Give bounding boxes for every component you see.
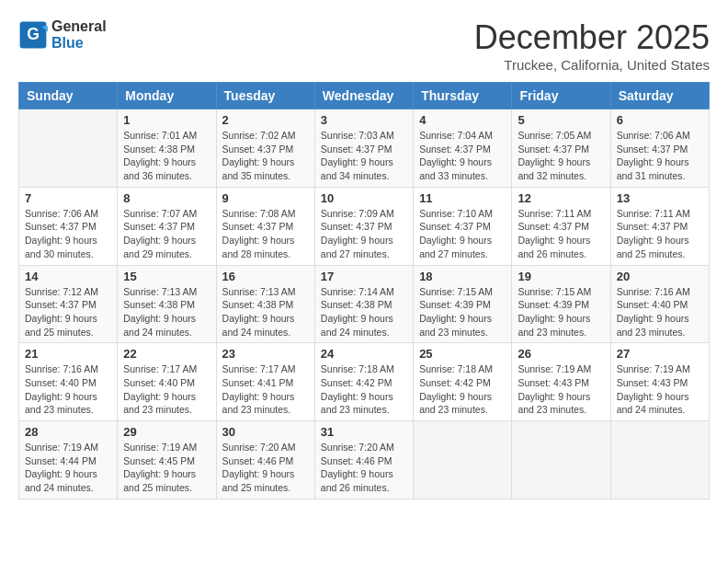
day-info: Sunrise: 7:02 AMSunset: 4:37 PMDaylight:… bbox=[222, 129, 309, 183]
day-info: Sunrise: 7:15 AMSunset: 4:39 PMDaylight:… bbox=[419, 285, 506, 339]
day-number: 24 bbox=[321, 347, 407, 361]
title-section: December 2025 Truckee, California, Unite… bbox=[474, 18, 710, 73]
day-number: 17 bbox=[321, 270, 407, 283]
logo-icon: G bbox=[18, 20, 48, 50]
calendar-cell: 21Sunrise: 7:16 AMSunset: 4:40 PMDayligh… bbox=[19, 343, 118, 421]
day-number: 10 bbox=[321, 191, 407, 205]
calendar-cell: 22Sunrise: 7:17 AMSunset: 4:40 PMDayligh… bbox=[118, 343, 216, 421]
calendar-cell: 9Sunrise: 7:08 AMSunset: 4:37 PMDaylight… bbox=[216, 187, 314, 265]
calendar-cell: 18Sunrise: 7:15 AMSunset: 4:39 PMDayligh… bbox=[414, 265, 512, 343]
day-of-week-header: Wednesday bbox=[314, 83, 413, 109]
day-number: 6 bbox=[617, 113, 703, 127]
day-number: 27 bbox=[617, 347, 703, 361]
calendar-cell: 20Sunrise: 7:16 AMSunset: 4:40 PMDayligh… bbox=[610, 265, 709, 343]
day-info: Sunrise: 7:13 AMSunset: 4:38 PMDaylight:… bbox=[123, 285, 210, 339]
calendar-cell: 14Sunrise: 7:12 AMSunset: 4:37 PMDayligh… bbox=[19, 265, 118, 343]
day-number: 4 bbox=[419, 113, 506, 127]
location: Truckee, California, United States bbox=[474, 57, 710, 73]
day-info: Sunrise: 7:19 AMSunset: 4:45 PMDaylight:… bbox=[123, 441, 210, 495]
calendar-cell: 6Sunrise: 7:06 AMSunset: 4:37 PMDaylight… bbox=[610, 109, 709, 188]
day-info: Sunrise: 7:17 AMSunset: 4:41 PMDaylight:… bbox=[222, 362, 309, 417]
day-of-week-header: Saturday bbox=[610, 83, 709, 109]
calendar-cell bbox=[610, 421, 709, 500]
day-info: Sunrise: 7:20 AMSunset: 4:46 PMDaylight:… bbox=[321, 441, 407, 495]
day-of-week-header: Sunday bbox=[19, 83, 118, 109]
day-of-week-header: Tuesday bbox=[216, 83, 314, 109]
day-info: Sunrise: 7:07 AMSunset: 4:37 PMDaylight:… bbox=[123, 207, 210, 261]
calendar-cell: 19Sunrise: 7:15 AMSunset: 4:39 PMDayligh… bbox=[512, 265, 610, 343]
day-info: Sunrise: 7:11 AMSunset: 4:37 PMDaylight:… bbox=[518, 207, 604, 261]
logo-general-text: General bbox=[51, 18, 107, 35]
day-info: Sunrise: 7:01 AMSunset: 4:38 PMDaylight:… bbox=[123, 129, 210, 183]
calendar-table: SundayMondayTuesdayWednesdayThursdayFrid… bbox=[18, 82, 710, 500]
day-number: 5 bbox=[518, 113, 604, 127]
calendar-cell: 11Sunrise: 7:10 AMSunset: 4:37 PMDayligh… bbox=[414, 187, 512, 265]
day-info: Sunrise: 7:06 AMSunset: 4:37 PMDaylight:… bbox=[617, 129, 703, 183]
day-info: Sunrise: 7:16 AMSunset: 4:40 PMDaylight:… bbox=[25, 362, 111, 417]
day-number: 1 bbox=[123, 113, 210, 127]
calendar-cell: 3Sunrise: 7:03 AMSunset: 4:37 PMDaylight… bbox=[314, 109, 413, 188]
calendar-week-row: 1Sunrise: 7:01 AMSunset: 4:38 PMDaylight… bbox=[19, 109, 710, 188]
day-number: 29 bbox=[123, 425, 210, 439]
calendar-cell: 7Sunrise: 7:06 AMSunset: 4:37 PMDaylight… bbox=[19, 187, 118, 265]
calendar-cell: 26Sunrise: 7:19 AMSunset: 4:43 PMDayligh… bbox=[512, 343, 610, 421]
calendar-cell: 2Sunrise: 7:02 AMSunset: 4:37 PMDaylight… bbox=[216, 109, 314, 188]
day-number: 14 bbox=[25, 270, 111, 283]
day-number: 3 bbox=[321, 113, 407, 127]
calendar-cell: 12Sunrise: 7:11 AMSunset: 4:37 PMDayligh… bbox=[512, 187, 610, 265]
calendar-week-row: 14Sunrise: 7:12 AMSunset: 4:37 PMDayligh… bbox=[19, 265, 710, 343]
calendar-week-row: 28Sunrise: 7:19 AMSunset: 4:44 PMDayligh… bbox=[19, 421, 710, 500]
page-header: G General Blue December 2025 Truckee, Ca… bbox=[18, 18, 710, 73]
month-title: December 2025 bbox=[474, 18, 710, 57]
calendar-cell: 24Sunrise: 7:18 AMSunset: 4:42 PMDayligh… bbox=[314, 343, 413, 421]
day-number: 7 bbox=[25, 191, 111, 205]
svg-text:G: G bbox=[27, 25, 40, 43]
calendar-cell: 25Sunrise: 7:18 AMSunset: 4:42 PMDayligh… bbox=[414, 343, 512, 421]
day-number: 22 bbox=[123, 347, 210, 361]
day-info: Sunrise: 7:19 AMSunset: 4:44 PMDaylight:… bbox=[25, 441, 111, 495]
day-number: 18 bbox=[419, 270, 506, 283]
day-info: Sunrise: 7:18 AMSunset: 4:42 PMDaylight:… bbox=[419, 362, 506, 417]
day-number: 23 bbox=[222, 347, 309, 361]
day-info: Sunrise: 7:14 AMSunset: 4:38 PMDaylight:… bbox=[321, 285, 407, 339]
calendar-cell: 16Sunrise: 7:13 AMSunset: 4:38 PMDayligh… bbox=[216, 265, 314, 343]
day-info: Sunrise: 7:11 AMSunset: 4:37 PMDaylight:… bbox=[617, 207, 703, 261]
calendar-week-row: 21Sunrise: 7:16 AMSunset: 4:40 PMDayligh… bbox=[19, 343, 710, 421]
calendar-cell bbox=[19, 109, 118, 188]
day-info: Sunrise: 7:12 AMSunset: 4:37 PMDaylight:… bbox=[25, 285, 111, 339]
day-info: Sunrise: 7:03 AMSunset: 4:37 PMDaylight:… bbox=[321, 129, 407, 183]
day-number: 30 bbox=[222, 425, 309, 439]
day-info: Sunrise: 7:06 AMSunset: 4:37 PMDaylight:… bbox=[25, 207, 111, 261]
day-info: Sunrise: 7:09 AMSunset: 4:37 PMDaylight:… bbox=[321, 207, 407, 261]
day-info: Sunrise: 7:08 AMSunset: 4:37 PMDaylight:… bbox=[222, 207, 309, 261]
logo: G General Blue bbox=[18, 18, 107, 52]
calendar-cell: 8Sunrise: 7:07 AMSunset: 4:37 PMDaylight… bbox=[118, 187, 216, 265]
calendar-week-row: 7Sunrise: 7:06 AMSunset: 4:37 PMDaylight… bbox=[19, 187, 710, 265]
day-info: Sunrise: 7:04 AMSunset: 4:37 PMDaylight:… bbox=[419, 129, 506, 183]
logo-blue-text: Blue bbox=[51, 35, 107, 52]
day-of-week-header: Monday bbox=[118, 83, 216, 109]
day-number: 31 bbox=[321, 425, 407, 439]
calendar-cell: 15Sunrise: 7:13 AMSunset: 4:38 PMDayligh… bbox=[118, 265, 216, 343]
day-info: Sunrise: 7:10 AMSunset: 4:37 PMDaylight:… bbox=[419, 207, 506, 261]
day-of-week-header: Friday bbox=[512, 83, 610, 109]
calendar-cell bbox=[512, 421, 610, 500]
calendar-cell: 23Sunrise: 7:17 AMSunset: 4:41 PMDayligh… bbox=[216, 343, 314, 421]
day-number: 12 bbox=[518, 191, 604, 205]
calendar-cell: 28Sunrise: 7:19 AMSunset: 4:44 PMDayligh… bbox=[19, 421, 118, 500]
calendar-cell: 31Sunrise: 7:20 AMSunset: 4:46 PMDayligh… bbox=[314, 421, 413, 500]
day-info: Sunrise: 7:16 AMSunset: 4:40 PMDaylight:… bbox=[617, 285, 703, 339]
calendar-cell: 29Sunrise: 7:19 AMSunset: 4:45 PMDayligh… bbox=[118, 421, 216, 500]
day-number: 8 bbox=[123, 191, 210, 205]
day-number: 25 bbox=[419, 347, 506, 361]
day-info: Sunrise: 7:17 AMSunset: 4:40 PMDaylight:… bbox=[123, 362, 210, 417]
day-number: 13 bbox=[617, 191, 703, 205]
day-number: 20 bbox=[617, 270, 703, 283]
day-number: 21 bbox=[25, 347, 111, 361]
day-info: Sunrise: 7:05 AMSunset: 4:37 PMDaylight:… bbox=[518, 129, 604, 183]
calendar-cell bbox=[414, 421, 512, 500]
day-info: Sunrise: 7:20 AMSunset: 4:46 PMDaylight:… bbox=[222, 441, 309, 495]
calendar-cell: 4Sunrise: 7:04 AMSunset: 4:37 PMDaylight… bbox=[414, 109, 512, 188]
day-number: 15 bbox=[123, 270, 210, 283]
calendar-cell: 30Sunrise: 7:20 AMSunset: 4:46 PMDayligh… bbox=[216, 421, 314, 500]
